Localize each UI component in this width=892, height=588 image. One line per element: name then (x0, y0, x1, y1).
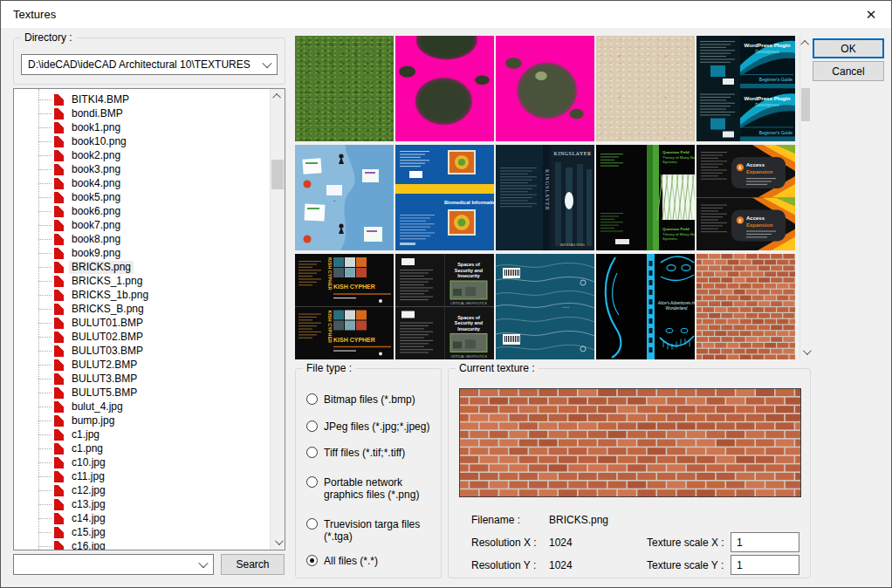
radio-button-icon[interactable] (306, 447, 318, 458)
file-list-item[interactable]: book9.png (14, 246, 270, 260)
chevron-down-icon[interactable] (194, 555, 213, 574)
file-type-option[interactable]: JPeg files (*.jpg;*.jpeg) (306, 420, 436, 433)
directory-group-label: Directory : (21, 31, 76, 44)
paper-texture-thumbnail[interactable] (596, 36, 695, 141)
file-type-option-label: Bitmap files (*.bmp) (324, 393, 415, 406)
tree-top-texture-thumbnail[interactable] (496, 36, 594, 141)
directory-path: D:\ideCAD\ideCAD Architectural 10\TEXTUR… (22, 58, 257, 71)
wordpress-plugin-book-thumbnail[interactable]: WordPress Plugin Development Beginner's … (696, 36, 795, 141)
svg-text:KINGSLAYER: KINGSLAYER (554, 151, 592, 156)
file-list-item[interactable]: c11.jpg (14, 469, 270, 483)
texture-scale-y-input[interactable] (731, 555, 799, 575)
file-list-item[interactable]: BULUT3.BMP (14, 372, 270, 386)
file-list-items: BITKI4.BMPbondi.BMPbook1.pngbook10.pngbo… (14, 89, 270, 550)
directory-combobox[interactable]: D:\ideCAD\ideCAD Architectural 10\TEXTUR… (21, 54, 278, 75)
file-list-item[interactable]: bump.jpg (14, 414, 270, 427)
radio-button-icon[interactable] (306, 555, 318, 566)
file-list-item[interactable]: BULUT01.BMP (14, 316, 270, 330)
radio-button-icon[interactable] (306, 476, 318, 488)
file-list-item[interactable]: BULUT03.BMP (14, 344, 270, 358)
bricks-texture-thumbnail[interactable] (696, 254, 795, 359)
kish-cypher-book-thumbnail[interactable]: KISH CYPHER KISH CYPHER KISH CYPHER KISH… (295, 254, 394, 359)
scroll-up-icon[interactable] (800, 36, 811, 51)
scroll-down-icon[interactable] (271, 535, 285, 550)
resolution-x-value: 1024 (549, 537, 573, 549)
file-type-option[interactable]: All files (*.*) (306, 555, 436, 567)
biomedical-informatics-book-thumbnail[interactable]: Biomedical Informatics (395, 145, 494, 250)
texture-scale-x-input[interactable] (731, 532, 799, 552)
texture-scale-x-label: Texture scale X : (647, 537, 724, 549)
radio-button-icon[interactable] (306, 518, 318, 530)
chevron-down-icon[interactable] (257, 55, 277, 74)
file-list-item[interactable]: BULUT02.BMP (14, 330, 270, 344)
svg-text:Systems: Systems (662, 160, 678, 164)
close-icon[interactable]: ✕ (861, 6, 881, 24)
radio-button-icon[interactable] (306, 420, 318, 432)
search-button[interactable]: Search (221, 554, 285, 575)
thumbnail-scrollbar-thumb[interactable] (801, 88, 810, 121)
file-list-scrollbar-thumb[interactable] (271, 160, 284, 189)
file-name: BRICKS_1.png (69, 275, 145, 288)
file-list-item[interactable]: book1.png (14, 120, 270, 134)
file-type-option[interactable]: Portable network graphics files (*.png) (306, 476, 436, 501)
file-list-item[interactable]: book8.png (14, 232, 270, 246)
grass-texture-thumbnail[interactable] (295, 36, 394, 141)
svg-text:Spaces of: Spaces of (457, 315, 480, 320)
file-list-item[interactable]: c10.jpg (14, 455, 270, 469)
file-list-item[interactable]: BRICKS_1b.png (14, 288, 270, 302)
svg-text:Access: Access (746, 215, 765, 221)
file-list-item[interactable]: BULUT5.BMP (14, 386, 270, 400)
file-list-item[interactable]: c1.png (14, 441, 270, 455)
file-list-item[interactable]: c16.jpg (14, 539, 270, 550)
file-list-item[interactable]: c13.jpg (14, 497, 270, 511)
file-icon (54, 150, 64, 161)
scroll-up-icon[interactable] (271, 89, 285, 104)
file-list-item[interactable]: book7.png (14, 218, 270, 232)
file-list-item[interactable]: BRICKS_1.png (14, 274, 270, 288)
file-list-item[interactable]: BRICKS_B.png (14, 302, 270, 316)
thumbnail-grid-scrollbar[interactable] (799, 36, 811, 359)
file-list-item[interactable]: c12.jpg (14, 483, 270, 497)
ok-button[interactable]: OK (813, 38, 884, 58)
file-list-item[interactable]: BULUT2.BMP (14, 358, 270, 372)
file-list-item[interactable]: c15.jpg (14, 525, 270, 539)
svg-text:Expansion: Expansion (746, 169, 773, 174)
file-list[interactable]: BITKI4.BMPbondi.BMPbook1.pngbook10.pngbo… (13, 88, 285, 550)
file-list-scrollbar[interactable] (270, 89, 285, 550)
kingslayer-book-thumbnail[interactable]: KINGSLAYER KINGSLAYER ARISTAN KING (496, 145, 594, 250)
file-list-item[interactable]: BITKI4.BMP (14, 92, 270, 106)
scroll-down-icon[interactable] (800, 345, 811, 359)
file-list-item[interactable]: bulut_4.jpg (14, 400, 270, 414)
file-icon (54, 485, 64, 496)
file-list-item[interactable]: book6.png (14, 204, 270, 218)
file-name: BULUT01.BMP (69, 317, 146, 330)
file-name: BULUT3.BMP (69, 373, 140, 386)
bush-texture-thumbnail[interactable] (395, 36, 494, 141)
file-type-option[interactable]: Tiff files (*.tif;*.tiff) (306, 447, 436, 459)
file-icon (54, 94, 64, 106)
file-list-item[interactable]: BRICKS.png (14, 260, 270, 274)
children-picture-book-thumbnail[interactable]: ~ (295, 145, 394, 250)
file-list-item[interactable]: book4.png (14, 176, 270, 190)
spaces-of-security-book-thumbnail[interactable]: Spaces of Security and Insecurity CRITIC… (395, 254, 494, 359)
file-list-item[interactable]: book5.png (14, 190, 270, 204)
file-list-item[interactable]: c14.jpg (14, 511, 270, 525)
svg-text:~: ~ (333, 199, 336, 203)
quantum-field-theory-book-thumbnail[interactable]: Quantum Field Theory of Many-Body System… (596, 145, 695, 250)
file-list-item[interactable]: book2.png (14, 148, 270, 162)
file-icon (54, 457, 64, 468)
file-list-item[interactable]: book10.png (14, 134, 270, 148)
radio-button-icon[interactable] (306, 393, 318, 405)
file-name: c13.jpg (69, 498, 108, 511)
search-combobox[interactable] (13, 554, 214, 575)
file-type-option[interactable]: Bitmap files (*.bmp) (306, 393, 436, 406)
access-expansion-book-thumbnail[interactable]: 8 Access Expansion 8 Access Expansion (696, 145, 795, 250)
file-icon (54, 318, 64, 329)
blue-wave-book-thumbnail[interactable]: ~~~ (496, 254, 594, 359)
file-list-item[interactable]: book3.png (14, 162, 270, 176)
file-list-item[interactable]: c1.jpg (14, 427, 270, 441)
file-list-item[interactable]: bondi.BMP (14, 106, 270, 120)
cancel-button[interactable]: Cancel (813, 61, 884, 81)
file-type-option[interactable]: Truevision targa files (*.tga) (306, 518, 436, 543)
alice-in-wonderland-book-thumbnail[interactable]: Alice's Adventures in Wonderland (596, 254, 695, 359)
